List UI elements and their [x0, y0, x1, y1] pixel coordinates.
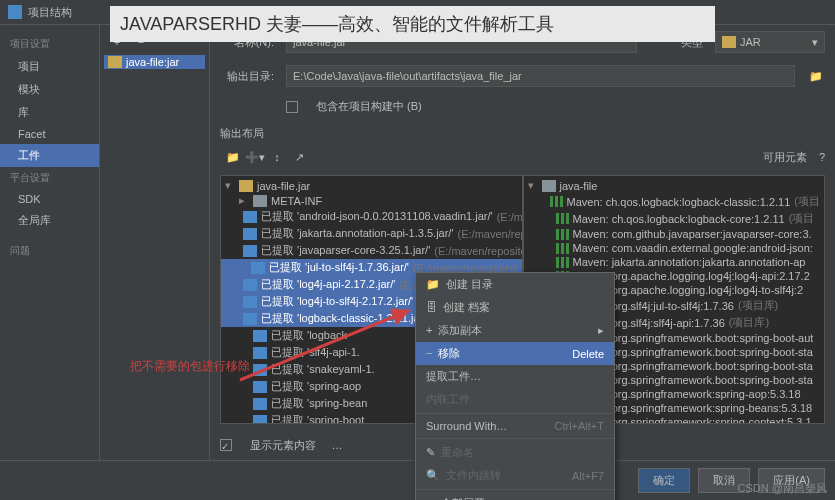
ctx-extract[interactable]: 提取工件… — [416, 365, 614, 388]
new-folder-icon[interactable]: 📁 — [224, 148, 242, 166]
tree-item[interactable]: Maven: jakarta.annotation:jakarta.annota… — [524, 255, 825, 269]
dir-icon — [253, 195, 267, 207]
available-label: 可用元素 — [763, 150, 807, 165]
separator — [416, 438, 614, 439]
sidebar-item-artifacts[interactable]: 工件 — [0, 144, 99, 167]
sidebar-group-project: 项目设置 — [0, 33, 99, 55]
library-icon — [556, 257, 569, 268]
watermark: CSDN @南昌柴风 — [738, 481, 827, 496]
folder-icon: 📁 — [426, 278, 440, 290]
ctx-rename: ✎重命名 — [416, 441, 614, 464]
arch-icon — [243, 279, 257, 291]
minus-icon: − — [426, 347, 432, 359]
annotation-note: 把不需要的包进行移除 — [130, 358, 250, 375]
show-content-checkbox[interactable] — [220, 439, 232, 451]
sidebar-item-libraries[interactable]: 库 — [0, 101, 99, 124]
jar-icon — [239, 180, 253, 192]
ctx-surround[interactable]: Surround With…Ctrl+Alt+T — [416, 416, 614, 436]
chevron-icon: ▸ — [239, 194, 249, 207]
layout-label: 输出布局 — [220, 126, 264, 141]
tree-item[interactable]: 已提取 'android-json-0.0.20131108.vaadin1.j… — [221, 208, 522, 225]
tree-item[interactable]: Maven: ch.qos.logback:logback-classic:1.… — [524, 193, 825, 210]
library-icon — [550, 196, 563, 207]
jar-icon — [722, 36, 736, 48]
sidebar-item-facets[interactable]: Facet — [0, 124, 99, 144]
archive-icon: 🗄 — [426, 301, 437, 313]
sort-icon[interactable]: ↕ — [268, 148, 286, 166]
sidebar-item-sdk[interactable]: SDK — [0, 189, 99, 209]
tree-item[interactable]: Maven: ch.qos.logback:logback-core:1.2.1… — [524, 210, 825, 227]
type-dropdown[interactable]: JAR ▾ — [715, 31, 825, 53]
arch-icon — [243, 211, 257, 223]
arch-icon — [253, 381, 267, 393]
outdir-input[interactable] — [286, 65, 795, 87]
tree-item[interactable]: ▾java-file.jar — [221, 178, 522, 193]
chevron-icon: ▾ — [528, 179, 538, 192]
add-item-icon[interactable]: ➕▾ — [246, 148, 264, 166]
outdir-label: 输出目录: — [220, 69, 274, 84]
arch-icon — [243, 296, 257, 308]
context-menu: 📁创建 目录 🗄创建 档案 +添加副本▸ −移除Delete 提取工件… 内联工… — [415, 272, 615, 500]
dir-icon — [542, 180, 556, 192]
ok-button[interactable]: 确定 — [638, 468, 690, 493]
ctx-create-archive[interactable]: 🗄创建 档案 — [416, 296, 614, 319]
help-icon[interactable]: ? — [819, 151, 825, 163]
arch-icon — [243, 313, 257, 325]
separator — [416, 413, 614, 414]
action-icon[interactable]: ↗ — [290, 148, 308, 166]
overlay-banner: JAVAPARSERHD 夫妻——高效、智能的文件解析工具 — [110, 6, 715, 42]
separator — [416, 489, 614, 490]
tree-item[interactable]: ▸META-INF — [221, 193, 522, 208]
plus-icon: + — [426, 324, 432, 336]
arch-icon — [253, 330, 267, 342]
window-title: 项目结构 — [28, 5, 72, 20]
app-icon — [8, 5, 22, 19]
arch-icon — [253, 364, 267, 376]
ctx-nav: 🔍文件内跳转Alt+F7 — [416, 464, 614, 487]
sidebar-item-modules[interactable]: 模块 — [0, 78, 99, 101]
ctx-add-copy[interactable]: +添加副本▸ — [416, 319, 614, 342]
include-build-label: 包含在项目构建中 (B) — [316, 99, 422, 114]
sidebar-item-problems[interactable]: 问题 — [0, 240, 99, 262]
more-icon[interactable]: … — [328, 436, 346, 454]
chevron-down-icon: ▾ — [812, 36, 818, 49]
arch-icon — [243, 228, 257, 240]
arch-icon — [253, 347, 267, 359]
arch-icon — [251, 262, 265, 274]
artifact-item[interactable]: java-file:jar — [104, 55, 205, 69]
ctx-inline: 内联工件 — [416, 388, 614, 411]
browse-icon[interactable]: 📁 — [807, 67, 825, 85]
show-content-label: 显示元素内容 — [250, 438, 316, 453]
tree-item[interactable]: ▾java-file — [524, 178, 825, 193]
ctx-create-dir[interactable]: 📁创建 目录 — [416, 273, 614, 296]
arch-icon — [253, 398, 267, 410]
tree-item[interactable]: 已提取 'javaparser-core-3.25.1.jar/' (E:/ma… — [221, 242, 522, 259]
tree-item[interactable]: 已提取 'jakarta.annotation-api-1.3.5.jar/' … — [221, 225, 522, 242]
chevron-right-icon: ▸ — [598, 324, 604, 337]
tree-item[interactable]: Maven: com.github.javaparser:javaparser-… — [524, 227, 825, 241]
arch-icon — [243, 245, 257, 257]
ctx-remove[interactable]: −移除Delete — [416, 342, 614, 365]
include-build-checkbox[interactable] — [286, 101, 298, 113]
ctx-expand[interactable]: ⊞全部展开Ctrl+NumPad + — [416, 492, 614, 500]
tree-item[interactable]: Maven: com.vaadin.external.google:androi… — [524, 241, 825, 255]
sidebar-item-globlib[interactable]: 全局库 — [0, 209, 99, 232]
library-icon — [556, 243, 569, 254]
sidebar: 项目设置 项目 模块 库 Facet 工件 平台设置 SDK 全局库 问题 — [0, 25, 100, 460]
sidebar-item-project[interactable]: 项目 — [0, 55, 99, 78]
artifact-list: + − java-file:jar — [100, 25, 210, 460]
arch-icon — [253, 415, 267, 424]
sidebar-group-platform: 平台设置 — [0, 167, 99, 189]
artifact-name: java-file:jar — [126, 56, 179, 68]
library-icon — [556, 213, 569, 224]
library-icon — [556, 229, 569, 240]
jar-icon — [108, 56, 122, 68]
chevron-icon: ▾ — [225, 179, 235, 192]
